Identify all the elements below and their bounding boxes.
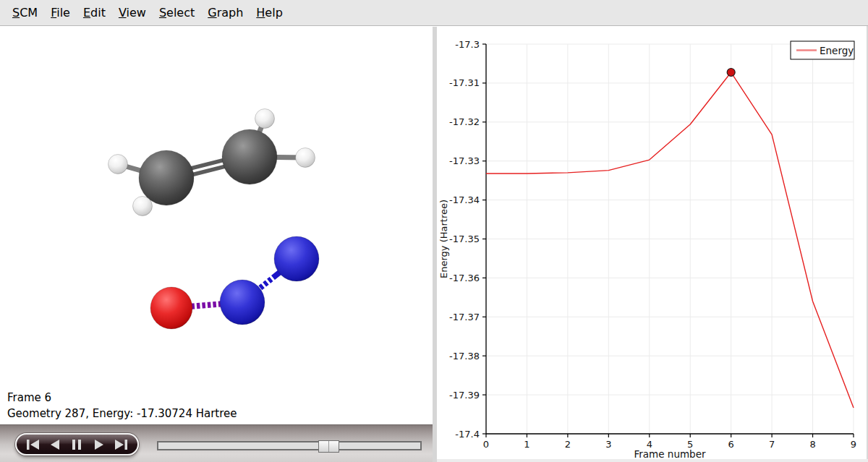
svg-text:-17.38: -17.38 (449, 351, 480, 362)
menu-help[interactable]: Help (250, 3, 289, 22)
molecule-viewport[interactable]: Frame 6 Geometry 287, Energy: -17.30724 … (0, 27, 433, 424)
svg-text:3: 3 (605, 439, 611, 450)
y-axis-label: Energy (Hartree) (438, 200, 449, 278)
menu-graph[interactable]: Graph (201, 3, 250, 22)
svg-text:-17.37: -17.37 (449, 312, 480, 322)
frame-status: Frame 6 Geometry 287, Energy: -17.30724 … (7, 390, 237, 422)
energy-chart-panel[interactable]: 0123456789-17.3-17.31-17.32-17.33-17.34-… (437, 26, 868, 462)
play-button[interactable] (90, 437, 109, 453)
svg-text:-17.33: -17.33 (449, 155, 480, 166)
energy-chart: 0123456789-17.3-17.31-17.32-17.33-17.34-… (437, 26, 867, 461)
svg-text:-17.36: -17.36 (449, 273, 480, 283)
molecule-atoms (109, 109, 320, 330)
legend: Energy (791, 41, 854, 59)
menu-bar: SCM File Edit View Select Graph Help (0, 0, 868, 26)
svg-text:9: 9 (851, 439, 856, 450)
x-axis-label: Frame number (634, 448, 705, 460)
y-ticks: -17.3-17.31-17.32-17.33-17.34-17.35-17.3… (449, 39, 486, 440)
frame-slider-track[interactable] (157, 441, 422, 450)
menu-scm[interactable]: SCM (6, 3, 44, 22)
series-line (486, 72, 854, 408)
geometry-energy-label: Geometry 287, Energy: -17.30724 Hartree (7, 406, 237, 422)
playback-controls (15, 433, 139, 455)
step-back-button[interactable] (46, 437, 64, 453)
grid (486, 44, 854, 434)
skip-to-start-icon (25, 439, 41, 450)
svg-text:-17.32: -17.32 (449, 116, 480, 127)
skip-to-end-button[interactable] (111, 437, 130, 453)
svg-text:0: 0 (483, 439, 489, 450)
pause-icon (71, 439, 82, 450)
molecule-render (0, 27, 433, 424)
svg-text:8: 8 (809, 439, 815, 450)
skip-to-start-button[interactable] (24, 437, 43, 453)
legend-label: Energy (820, 45, 854, 56)
current-frame-marker (727, 69, 735, 77)
svg-text:-17.34: -17.34 (449, 194, 480, 205)
play-icon (93, 439, 106, 450)
window-bottom-edge (437, 459, 868, 462)
svg-text:1: 1 (524, 439, 529, 450)
skip-to-end-icon (113, 439, 129, 450)
svg-text:-17.4: -17.4 (455, 429, 480, 440)
playback-bar (0, 424, 433, 462)
menu-view[interactable]: View (112, 3, 153, 22)
frame-number-label: Frame 6 (7, 390, 237, 406)
svg-text:7: 7 (769, 439, 775, 450)
x-ticks: 0123456789 (483, 434, 856, 450)
svg-text:2: 2 (565, 439, 571, 450)
svg-text:6: 6 (728, 439, 734, 450)
frame-slider-thumb[interactable] (318, 440, 339, 453)
svg-text:-17.3: -17.3 (455, 39, 480, 50)
menu-file[interactable]: File (44, 3, 77, 22)
menu-edit[interactable]: Edit (77, 3, 112, 22)
amsmovie-window: SCM File Edit View Select Graph Help (0, 0, 868, 462)
svg-text:-17.35: -17.35 (449, 234, 480, 244)
pause-button[interactable] (67, 437, 86, 453)
step-back-icon (48, 439, 61, 450)
svg-text:-17.39: -17.39 (449, 390, 480, 401)
svg-text:-17.31: -17.31 (449, 77, 480, 88)
menu-select[interactable]: Select (153, 3, 201, 22)
